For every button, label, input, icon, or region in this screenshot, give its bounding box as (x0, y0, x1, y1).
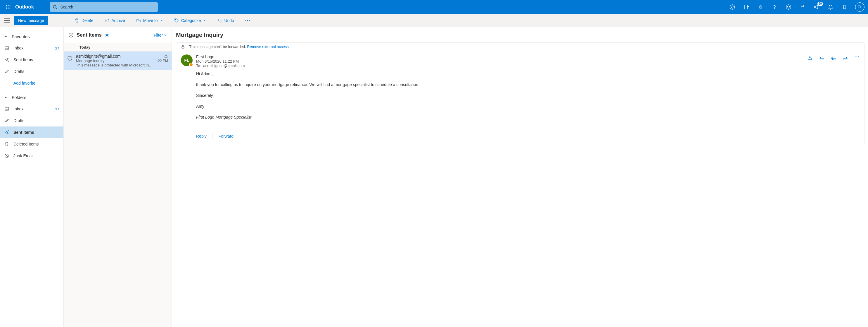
nav-inbox-fav[interactable]: Inbox 17 (0, 42, 63, 54)
nav-sent-fav[interactable]: Sent Items (0, 54, 63, 65)
message-actions (807, 54, 860, 68)
inbox-icon (4, 107, 9, 111)
svg-point-6 (6, 8, 7, 9)
reply-icon[interactable] (819, 56, 825, 61)
star-icon[interactable] (105, 33, 109, 37)
list-header: Sent Items Filter (64, 27, 172, 43)
nav-drafts-fav[interactable]: Drafts (0, 65, 63, 77)
flag-icon[interactable] (799, 3, 806, 10)
reading-pane: Mortgage Inquiry This message can't be f… (172, 27, 868, 327)
like-icon[interactable] (807, 56, 813, 61)
chevron-down-icon (4, 34, 8, 38)
folder-nav: Favorites Inbox 17 Sent Items Drafts Add… (0, 27, 64, 327)
nav-junk[interactable]: Junk Email (0, 150, 63, 162)
select-checkbox[interactable] (67, 54, 72, 67)
categorize-button[interactable]: Categorize (173, 16, 208, 25)
reply-button[interactable]: Reply (196, 134, 207, 138)
trash-icon (74, 18, 79, 23)
filter-button[interactable]: Filter (154, 33, 167, 37)
notes-icon[interactable] (743, 3, 750, 10)
bell-icon[interactable] (827, 3, 834, 10)
svg-point-0 (6, 5, 7, 6)
inbox-count: 17 (55, 107, 59, 111)
banner-link[interactable]: Remove external access (247, 45, 288, 49)
block-icon (4, 154, 9, 158)
info-banner: This message can't be forwarded. Remove … (176, 43, 864, 51)
presence-away-icon (189, 63, 193, 67)
folder-move-icon (136, 18, 141, 23)
skype-icon[interactable] (729, 3, 736, 10)
search-icon (53, 5, 57, 9)
delete-button[interactable]: Delete (73, 16, 95, 25)
hamburger-icon[interactable] (2, 19, 12, 23)
lock-icon (164, 54, 168, 58)
megaphone-icon[interactable]: 19 (813, 3, 820, 10)
message-list: Sent Items Filter Today asmithignite@gma… (64, 27, 172, 327)
svg-point-32 (855, 56, 856, 57)
inbox-count: 17 (55, 46, 59, 50)
nav-inbox[interactable]: Inbox 17 (0, 103, 63, 115)
reply-bar: Reply Forward (176, 130, 864, 144)
notification-badge: 19 (817, 2, 823, 6)
svg-point-5 (10, 7, 10, 8)
svg-point-15 (786, 5, 791, 9)
banner-text: This message can't be forwarded. (189, 45, 246, 49)
tag-icon (174, 18, 179, 23)
chevron-down-icon (203, 19, 206, 22)
account-avatar[interactable]: FL (855, 2, 865, 12)
forward-icon[interactable] (843, 56, 848, 61)
more-actions-button[interactable] (243, 16, 252, 25)
nav-drafts[interactable]: Drafts (0, 115, 63, 127)
help-icon[interactable] (771, 3, 778, 10)
svg-point-16 (787, 6, 788, 7)
search-input[interactable] (60, 4, 155, 10)
svg-point-25 (249, 20, 250, 21)
new-message-button[interactable]: New message (14, 16, 48, 25)
message-item[interactable]: asmithignite@gmail.com Mortgage Inquiry … (64, 52, 172, 70)
svg-point-29 (68, 56, 72, 60)
delete-label: Delete (82, 18, 93, 23)
app-header: Outlook 19 FL (0, 0, 868, 14)
more-icon[interactable] (854, 56, 860, 57)
reading-subject: Mortgage Inquiry (176, 32, 865, 38)
favorites-header[interactable]: Favorites (0, 30, 63, 42)
trash-icon (4, 142, 9, 146)
svg-point-14 (774, 8, 775, 9)
diagnostics-icon[interactable] (841, 3, 848, 10)
message-body: Hi Adam, thank you for calling us to inq… (176, 68, 864, 130)
search-box[interactable] (50, 2, 158, 12)
folders-header[interactable]: Folders (0, 91, 63, 103)
sender-name: First Logo (196, 54, 804, 59)
waffle-icon[interactable] (2, 5, 14, 9)
to-label: To: (196, 63, 201, 68)
undo-button[interactable]: Undo (215, 16, 236, 25)
add-favorite[interactable]: Add favorite (0, 77, 63, 89)
svg-point-8 (10, 8, 10, 9)
move-button[interactable]: Move to (134, 16, 165, 25)
signature: First Logo Mortgage Specialist (196, 114, 860, 120)
forward-button[interactable]: Forward (219, 134, 234, 138)
svg-line-10 (56, 8, 57, 9)
archive-button[interactable]: Archive (102, 16, 127, 25)
undo-label: Undo (224, 18, 234, 23)
svg-point-28 (69, 33, 73, 37)
nav-sent[interactable]: Sent Items (0, 127, 63, 138)
settings-icon[interactable] (757, 3, 764, 10)
sender-avatar[interactable]: FL (181, 54, 193, 66)
svg-point-34 (858, 56, 859, 57)
archive-icon (104, 18, 109, 23)
to-value: asmithignite@gmail.com (204, 63, 245, 68)
undo-icon (217, 18, 222, 23)
folder-title: Sent Items (76, 32, 102, 38)
message-time: 11:22 PM (153, 59, 168, 63)
select-all-icon[interactable] (68, 32, 74, 38)
chevron-down-icon (160, 19, 163, 22)
categorize-label: Categorize (181, 18, 201, 23)
nav-deleted[interactable]: Deleted Items (0, 138, 63, 150)
reply-all-icon[interactable] (831, 56, 836, 61)
svg-point-17 (789, 6, 790, 7)
app-brand[interactable]: Outlook (15, 4, 34, 10)
message-preview: This message is protected with Microsoft… (76, 63, 168, 67)
pencil-icon (4, 69, 9, 74)
emoji-icon[interactable] (785, 3, 792, 10)
